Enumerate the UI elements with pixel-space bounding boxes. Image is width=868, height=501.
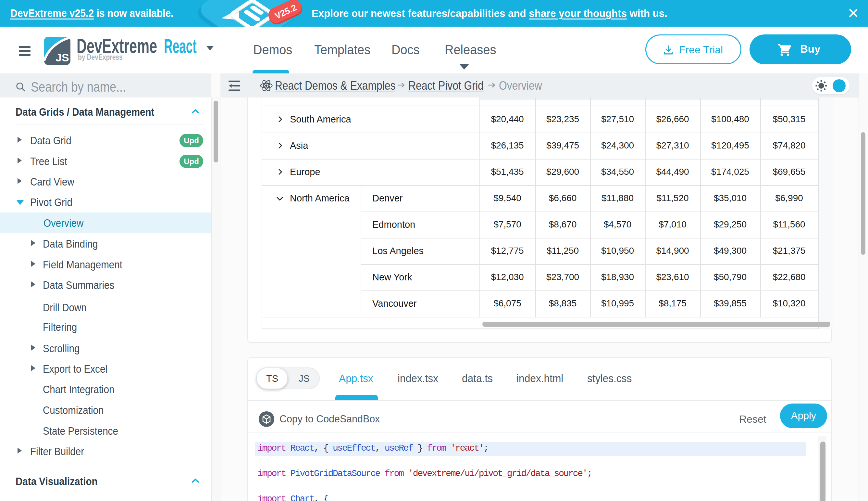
svg-text:JS: JS: [55, 51, 69, 64]
